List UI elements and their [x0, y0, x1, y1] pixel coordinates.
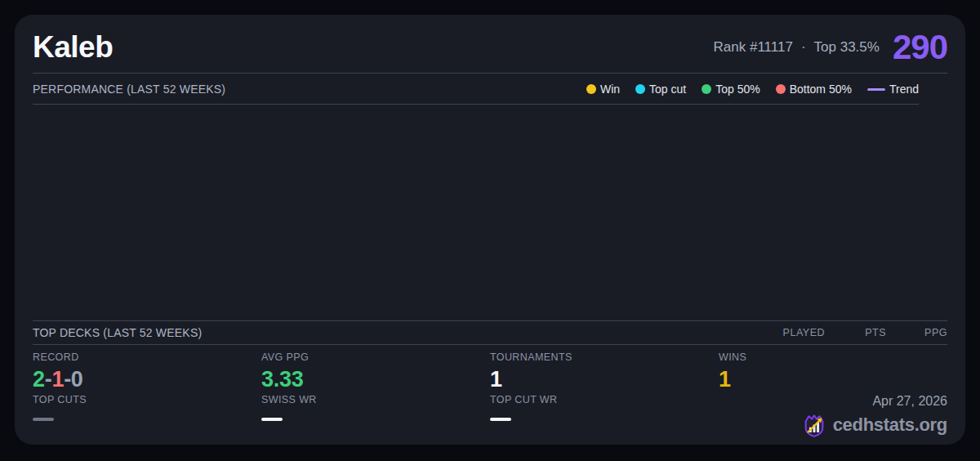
top-cuts-value-dash [33, 418, 54, 421]
legend-label-top-50: Top 50% [715, 83, 760, 96]
performance-section-title: PERFORMANCE (LAST 52 WEEKS) [33, 83, 225, 96]
stat-swiss-wr: SWISS WR [261, 394, 490, 436]
top-cut-wr-value-dash [490, 418, 511, 421]
record-losses: 1 [51, 367, 64, 392]
top-cut-dot-icon [635, 84, 645, 94]
top-decks-header: TOP DECKS (LAST 52 WEEKS) PLAYED PTS PPG [33, 320, 947, 345]
legend-item-win: Win [586, 83, 620, 96]
brand-row: cedhstats.org [802, 412, 947, 438]
footer-meta: Apr 27, 2026 cedhstats.org [719, 394, 947, 436]
legend-label-bottom-50: Bottom 50% [790, 83, 852, 96]
record-draws: 0 [71, 367, 83, 392]
stat-wins: WINS 1 [719, 351, 947, 394]
top-50-dot-icon [702, 84, 711, 94]
wins-value: 1 [719, 368, 947, 391]
tournaments-value: 1 [490, 368, 719, 391]
stat-tournaments: TOURNAMENTS 1 [490, 351, 719, 394]
column-header-played: PLAYED [764, 327, 825, 338]
dot-separator: · [801, 39, 806, 56]
stat-record: RECORD 2-1-0 [33, 351, 261, 394]
date-label: Apr 27, 2026 [872, 394, 947, 409]
top-cuts-label: TOP CUTS [33, 394, 261, 405]
legend-label-top-cut: Top cut [649, 83, 686, 96]
stats-grid: RECORD 2-1-0 AVG PPG 3.33 TOURNAMENTS 1 … [33, 351, 947, 436]
card-header: Kaleb Rank #11117 · Top 33.5% 290 [33, 28, 947, 74]
avg-ppg-label: AVG PPG [261, 351, 490, 363]
top-decks-section-title: TOP DECKS (LAST 52 WEEKS) [33, 326, 202, 339]
cedhstats-logo-icon [802, 412, 826, 438]
top-decks-columns: PLAYED PTS PPG [764, 327, 947, 338]
legend-item-top-cut: Top cut [635, 83, 686, 96]
swiss-wr-label: SWISS WR [261, 394, 490, 405]
brand-name: cedhstats.org [833, 414, 947, 436]
stat-avg-ppg: AVG PPG 3.33 [261, 351, 490, 394]
chart-legend: Win Top cut Top 50% Bottom 50% Trend [586, 83, 919, 96]
win-dot-icon [586, 84, 596, 94]
record-label: RECORD [33, 351, 261, 363]
top-cut-wr-label: TOP CUT WR [490, 394, 719, 405]
legend-label-trend: Trend [889, 83, 919, 96]
performance-chart-area [33, 105, 947, 320]
wins-label: WINS [719, 351, 947, 363]
legend-label-win: Win [600, 83, 620, 96]
performance-header: PERFORMANCE (LAST 52 WEEKS) Win Top cut … [33, 74, 919, 105]
trend-line-icon [867, 88, 885, 91]
avg-ppg-value: 3.33 [261, 368, 490, 391]
score-value: 290 [893, 30, 947, 65]
swiss-wr-value-dash [261, 418, 283, 421]
record-wins: 2 [33, 367, 45, 392]
record-separator-2: - [64, 367, 71, 392]
column-header-ppg: PPG [886, 327, 947, 338]
tournaments-label: TOURNAMENTS [490, 351, 719, 363]
legend-item-top-50: Top 50% [702, 83, 760, 96]
player-name: Kaleb [33, 29, 113, 65]
rank-group: Rank #11117 · Top 33.5% [714, 39, 880, 56]
player-stats-card: Kaleb Rank #11117 · Top 33.5% 290 PERFOR… [15, 15, 965, 445]
legend-item-trend: Trend [867, 83, 919, 96]
rank-label: Rank #11117 [714, 39, 793, 56]
stat-top-cuts: TOP CUTS [33, 394, 261, 436]
header-right: Rank #11117 · Top 33.5% 290 [714, 30, 947, 65]
page-background: Kaleb Rank #11117 · Top 33.5% 290 PERFOR… [0, 0, 980, 461]
record-value: 2-1-0 [33, 368, 261, 391]
column-header-pts: PTS [825, 327, 886, 338]
top-percent-label: Top 33.5% [814, 39, 880, 56]
legend-item-bottom-50: Bottom 50% [776, 83, 852, 96]
stat-top-cut-wr: TOP CUT WR [490, 394, 719, 436]
bottom-50-dot-icon [776, 84, 786, 94]
